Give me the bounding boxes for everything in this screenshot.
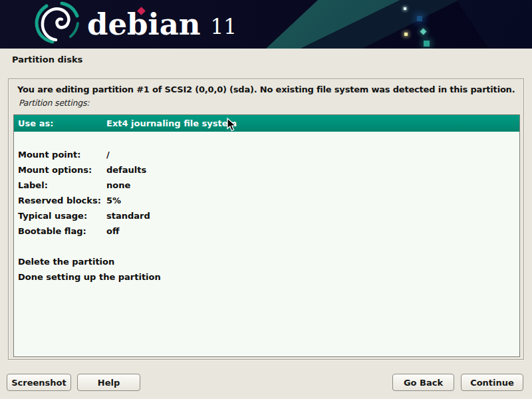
list-item-use-as[interactable]: Use as: Ext4 journaling file system: [14, 115, 519, 132]
banner-sparkle: [417, 16, 422, 21]
setting-label: Label:: [14, 180, 106, 190]
debian-swirl-icon: [29, 1, 80, 44]
banner-decoration: [0, 0, 532, 49]
setting-value: Ext4 journaling file system: [106, 118, 519, 128]
list-spacer: [14, 132, 519, 147]
setting-label: Mount options:: [14, 165, 106, 175]
brand-version: 11: [211, 15, 237, 39]
setting-value: defaults: [106, 165, 519, 175]
setting-value: 5%: [106, 196, 519, 205]
partition-settings-list: Use as: Ext4 journaling file system Moun…: [13, 114, 520, 357]
go-back-button[interactable]: Go Back: [392, 374, 454, 391]
banner-sparkle: [424, 41, 430, 47]
debian-installer-window: debian 11 Partition disks You are editin…: [0, 0, 532, 399]
list-item-done-setting-up[interactable]: Done setting up the partition: [14, 269, 519, 285]
screenshot-button[interactable]: Screenshot: [7, 374, 71, 391]
list-item-mount-options[interactable]: Mount options: defaults: [14, 162, 519, 178]
brand-name: debian: [87, 0, 201, 49]
setting-value: off: [106, 226, 519, 236]
banner-decoration: [0, 0, 532, 49]
setting-value: standard: [106, 211, 519, 221]
list-item-reserved-blocks[interactable]: Reserved blocks: 5%: [14, 193, 519, 208]
setting-label: Use as:: [14, 118, 106, 128]
list-spacer: [14, 239, 519, 254]
continue-button[interactable]: Continue: [461, 374, 523, 391]
help-button[interactable]: Help: [77, 374, 140, 391]
brand: debian 11: [87, 0, 237, 49]
list-item-delete-partition[interactable]: Delete the partition: [14, 254, 519, 269]
banner-decoration: [0, 0, 532, 49]
banner-sparkle: [420, 29, 427, 35]
info-message: You are editing partition #1 of SCSI2 (0…: [17, 84, 515, 94]
banner-sparkle: [404, 33, 408, 36]
setting-label: Bootable flag:: [14, 226, 106, 236]
list-item-label[interactable]: Label: none: [14, 178, 519, 193]
list-item-bootable-flag[interactable]: Bootable flag: off: [14, 223, 519, 239]
list-item-typical-usage[interactable]: Typical usage: standard: [14, 208, 519, 223]
partition-settings-frame: You are editing partition #1 of SCSI2 (0…: [8, 78, 524, 360]
setting-label: Reserved blocks:: [14, 196, 106, 205]
page-title: Partition disks: [12, 55, 82, 65]
banner-sparkle: [404, 7, 406, 10]
info-subtitle: Partition settings:: [19, 98, 89, 108]
list-item-mount-point[interactable]: Mount point: /: [14, 147, 519, 162]
setting-label: Typical usage:: [14, 211, 106, 221]
setting-value: none: [106, 180, 519, 190]
setting-value: /: [106, 150, 519, 160]
setting-label: Mount point:: [14, 150, 106, 160]
banner: debian 11: [0, 0, 532, 49]
